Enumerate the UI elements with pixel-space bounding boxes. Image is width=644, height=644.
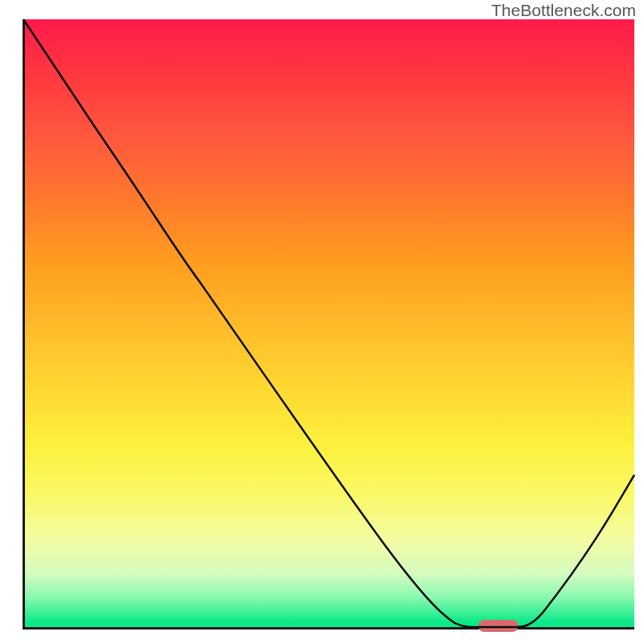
optimal-range-marker [478,620,518,632]
gradient-plot-area [23,19,634,628]
y-axis-line [23,19,25,630]
watermark-text: TheBottleneck.com [491,1,636,20]
x-axis-line [23,627,634,630]
